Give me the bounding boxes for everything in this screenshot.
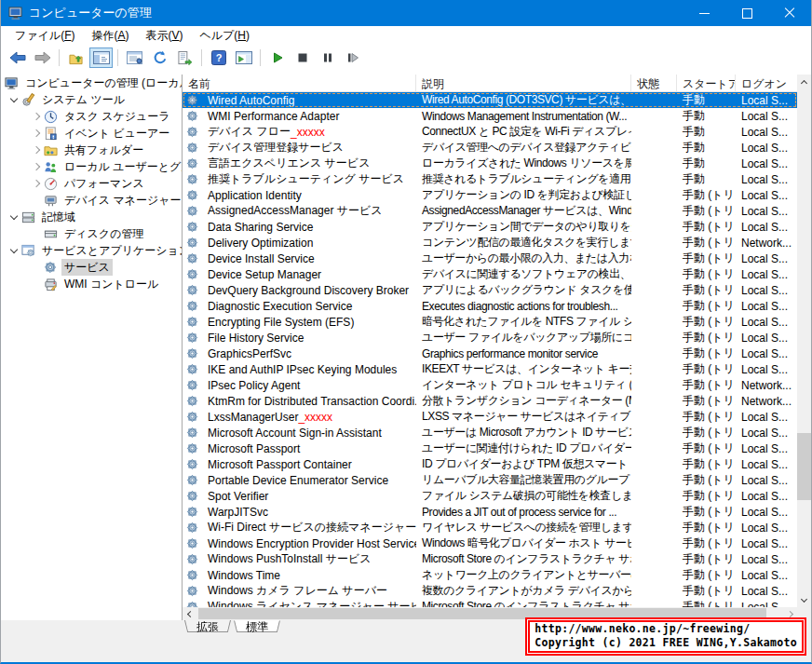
service-row[interactable]: Microsoft Account Sign-in Assistantユーザーは…	[183, 425, 797, 440]
service-startup-type: 手動 (トリガ...	[677, 187, 736, 203]
tree-item-computer-management-root[interactable]: コンピューターの管理 (ローカル)	[1, 75, 182, 91]
task-scheduler-icon	[44, 110, 58, 124]
collapse-chevron-icon[interactable]	[7, 249, 21, 252]
service-row[interactable]: DevQuery Background Discovery Brokerアプリに…	[183, 282, 797, 298]
service-row[interactable]: Device Setup Managerデバイスに関連するソフトウェアの検出、ダ…	[183, 266, 797, 282]
collapse-chevron-icon[interactable]	[7, 215, 21, 219]
console-tree-button[interactable]	[89, 47, 113, 68]
export-list-button[interactable]	[173, 47, 196, 68]
expand-chevron-icon[interactable]	[29, 130, 44, 136]
refresh-button[interactable]	[148, 47, 171, 68]
vertical-scrollbar[interactable]	[797, 75, 811, 607]
service-row[interactable]: Microsoft Passportユーザーに関連付けられた ID プロバイダー…	[183, 440, 797, 456]
service-row[interactable]: Data Sharing Serviceアプリケーション間でデータのやり取りを処…	[183, 219, 797, 235]
service-name: Windows ライセンス マネージャー サービス	[183, 599, 416, 607]
restart-service-button[interactable]	[341, 47, 364, 68]
expand-chevron-icon[interactable]	[29, 181, 44, 186]
tab-extended[interactable]: 拡張	[184, 620, 231, 634]
minimize-button[interactable]	[683, 0, 725, 26]
back-button[interactable]	[6, 47, 29, 68]
expand-chevron-icon[interactable]	[29, 164, 44, 169]
service-row[interactable]: IPsec Policy Agentインターネット プロトコル セキュリティ (…	[183, 377, 797, 393]
service-row[interactable]: WMI Performance AdapterWindows Managemen…	[183, 108, 797, 124]
service-row[interactable]: Delivery Optimizationコンテンツ配信の最適化タスクを実行しま…	[183, 235, 797, 251]
service-description: ID プロバイダーおよび TPM 仮想スマート カー...	[416, 456, 631, 472]
service-row[interactable]: WarpJITSvcProvides a JIT out of process …	[183, 504, 797, 520]
menu-action[interactable]: 操作(A)	[83, 26, 137, 46]
pause-service-button[interactable]	[316, 47, 339, 68]
menu-view[interactable]: 表示(V)	[137, 26, 191, 46]
column-header-name[interactable]: 名前	[183, 75, 416, 91]
service-startup-type: 手動 (トリガ...	[677, 298, 736, 314]
help-button[interactable]: ?	[207, 47, 230, 68]
service-description: ローカライズされた Windows リソースを展開お...	[416, 156, 631, 171]
service-logon-as: Local S...	[736, 411, 797, 424]
action-pane-icon	[236, 51, 252, 64]
tree-item-storage[interactable]: 記憶域	[1, 209, 182, 225]
service-startup-type: 手動 (トリガ...	[677, 535, 736, 551]
service-row[interactable]: IKE and AuthIP IPsec Keying ModulesIKEEX…	[183, 361, 797, 377]
service-row[interactable]: デバイス フロー_xxxxxConnectUX と PC 設定を Wi-Fi デ…	[183, 124, 797, 140]
close-button[interactable]	[768, 0, 811, 26]
tree-item-wmi-control[interactable]: WMI コントロール	[1, 276, 182, 292]
service-row[interactable]: Windows Timeネットワーク上のクライアントとサーバーの日時の...手動…	[183, 567, 797, 583]
column-header-desc[interactable]: 説明	[416, 75, 631, 91]
service-startup-type: 手動 (トリガ...	[677, 504, 736, 520]
up-level-button[interactable]	[64, 47, 88, 68]
service-row[interactable]: Wi-Fi Direct サービスの接続マネージャー サ...ワイヤレス サービ…	[183, 520, 797, 535]
service-row[interactable]: Device Install Serviceユーザーからの最小限の入力、または入…	[183, 251, 797, 266]
forward-button[interactable]	[31, 47, 54, 68]
service-row[interactable]: Diagnostic Execution ServiceExecutes dia…	[183, 298, 797, 314]
service-row[interactable]: Spot Verifierファイル システム破損の可能性を検査します。手動 (ト…	[183, 488, 797, 504]
service-row[interactable]: Windows Encryption Provider Host Service…	[183, 535, 797, 551]
service-row[interactable]: LxssManagerUser_xxxxxLXSS マネージャー サービスはネイ…	[183, 409, 797, 425]
service-row[interactable]: Encrypting File System (EFS)暗号化されたファイルを …	[183, 314, 797, 330]
service-row[interactable]: Windows カメラ フレーム サーバー複数のクライアントがカメラ デバイスか…	[183, 583, 797, 599]
service-row[interactable]: Portable Device Enumerator Serviceリムーバブル…	[183, 472, 797, 488]
column-header-startup[interactable]: スタートアッ...	[677, 75, 736, 91]
expand-chevron-icon[interactable]	[29, 147, 44, 153]
tree-item-task-scheduler[interactable]: タスク スケジューラ	[1, 108, 182, 125]
tree-item-services-apps[interactable]: サービスとアプリケーション	[1, 242, 182, 259]
tree-item-system-tools[interactable]: システム ツール	[1, 91, 182, 108]
column-header-logon[interactable]: ログオン	[736, 75, 798, 91]
menu-file[interactable]: ファイル(F)	[7, 26, 83, 46]
tree-item-performance[interactable]: パフォーマンス	[1, 175, 182, 192]
tree-item-services[interactable]: サービス	[1, 259, 182, 276]
expand-chevron-icon[interactable]	[29, 114, 44, 119]
tree-item-device-manager[interactable]: デバイス マネージャー	[1, 192, 182, 209]
properties-button[interactable]	[123, 47, 146, 68]
menu-bar: ファイル(F)操作(A)表示(V)ヘルプ(H)	[1, 26, 811, 46]
service-row[interactable]: Windows PushToInstall サービスMicrosoft Stor…	[183, 551, 797, 567]
service-row[interactable]: File History Serviceユーザー ファイルをバックアップ場所にコ…	[183, 330, 797, 346]
service-row[interactable]: Microsoft Passport ContainerID プロバイダーおよび…	[183, 456, 797, 472]
scroll-left-button[interactable]	[183, 607, 197, 620]
maximize-button[interactable]	[725, 0, 768, 26]
service-row[interactable]: Wired AutoConfigWired AutoConfig (DOT3SV…	[183, 92, 797, 108]
action-pane-button[interactable]	[232, 47, 255, 68]
service-row[interactable]: AssignedAccessManager サービスAssignedAccess…	[183, 203, 797, 219]
service-logon-as: Local S...	[736, 316, 797, 329]
start-service-button[interactable]	[265, 47, 289, 68]
collapse-chevron-icon[interactable]	[7, 98, 21, 102]
stop-service-button[interactable]	[291, 47, 314, 68]
service-row[interactable]: 推奨トラブルシューティング サービス推奨されるトラブルシューティングを適用して、…	[183, 171, 797, 187]
service-row[interactable]: KtmRm for Distributed Transaction Coordi…	[183, 393, 797, 409]
tab-standard[interactable]: 標準	[234, 620, 280, 634]
service-name: Windows PushToInstall サービス	[183, 551, 416, 567]
vertical-scrollbar-thumb[interactable]	[797, 433, 811, 500]
tree-item-event-viewer[interactable]: イベント ビューアー	[1, 125, 182, 142]
tree-item-shared-folders[interactable]: 共有フォルダー	[1, 142, 182, 158]
tree-item-local-users-groups[interactable]: ローカル ユーザーとグループ	[1, 158, 182, 175]
service-row[interactable]: Windows ライセンス マネージャー サービスMicrosoft Store…	[183, 599, 797, 607]
service-row[interactable]: Application Identityアプリケーションの ID を判定および検…	[183, 187, 797, 203]
scroll-up-button[interactable]	[797, 75, 811, 89]
service-row[interactable]: GraphicsPerfSvcGraphics performance moni…	[183, 346, 797, 361]
service-row[interactable]: デバイス管理登録サービスデバイス管理へのデバイス登録アクティビティを...手動L…	[183, 140, 797, 156]
column-header-status[interactable]: 状態	[631, 75, 677, 91]
scroll-down-button[interactable]	[797, 592, 811, 607]
service-description: ワイヤレス サービスへの接続を管理します (ワイ...	[416, 520, 631, 535]
tree-item-disk-management[interactable]: ディスクの管理	[1, 225, 182, 242]
service-row[interactable]: 言語エクスペリエンス サービスローカライズされた Windows リソースを展開…	[183, 156, 797, 171]
menu-help[interactable]: ヘルプ(H)	[192, 26, 259, 46]
